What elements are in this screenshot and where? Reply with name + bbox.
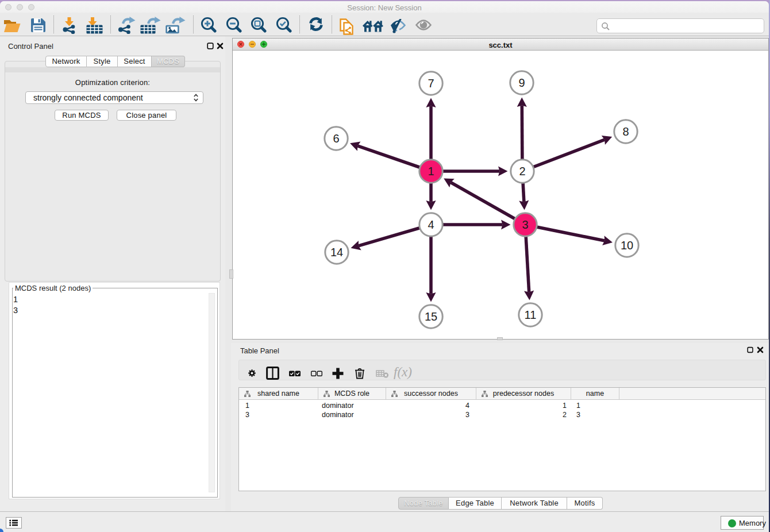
svg-text:1: 1	[428, 165, 434, 178]
svg-text:9: 9	[518, 76, 525, 89]
svg-text:4: 4	[428, 218, 434, 231]
svg-text:7: 7	[428, 77, 434, 90]
svg-text:2: 2	[519, 165, 525, 178]
svg-text:3: 3	[522, 218, 528, 231]
svg-text:10: 10	[621, 239, 633, 252]
svg-text:6: 6	[333, 132, 339, 145]
svg-text:8: 8	[622, 125, 629, 138]
svg-text:14: 14	[330, 246, 343, 259]
svg-text:11: 11	[525, 309, 537, 321]
svg-text:15: 15	[425, 310, 437, 323]
